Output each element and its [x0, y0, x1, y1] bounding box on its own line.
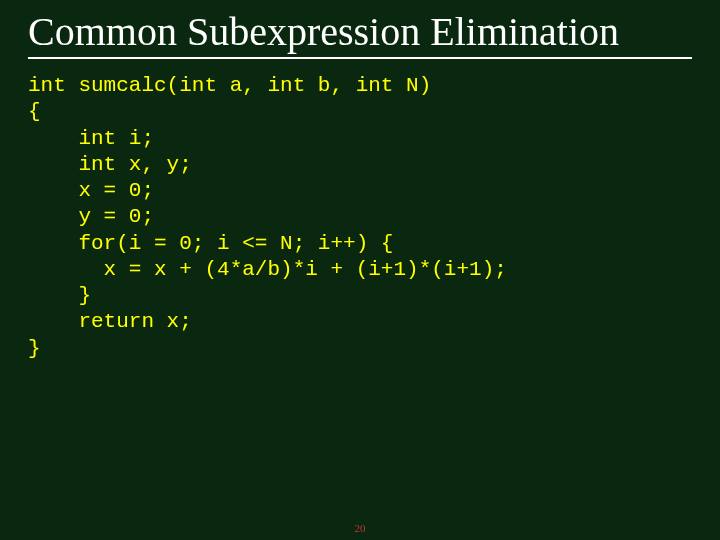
code-line: x = 0;	[28, 178, 692, 204]
code-line: y = 0;	[28, 204, 692, 230]
code-line: return x;	[28, 309, 692, 335]
code-line: }	[28, 336, 692, 362]
code-line: x = x + (4*a/b)*i + (i+1)*(i+1);	[28, 257, 692, 283]
code-line: int x, y;	[28, 152, 692, 178]
title-underline	[28, 57, 692, 59]
code-line: }	[28, 283, 692, 309]
code-line: int sumcalc(int a, int b, int N)	[28, 73, 692, 99]
code-line: {	[28, 99, 692, 125]
code-line: for(i = 0; i <= N; i++) {	[28, 231, 692, 257]
code-line: int i;	[28, 126, 692, 152]
page-number: 20	[0, 522, 720, 534]
slide-title: Common Subexpression Elimination	[28, 8, 692, 55]
code-block: int sumcalc(int a, int b, int N){ int i;…	[28, 73, 692, 362]
slide-root: Common Subexpression Elimination int sum…	[0, 0, 720, 540]
